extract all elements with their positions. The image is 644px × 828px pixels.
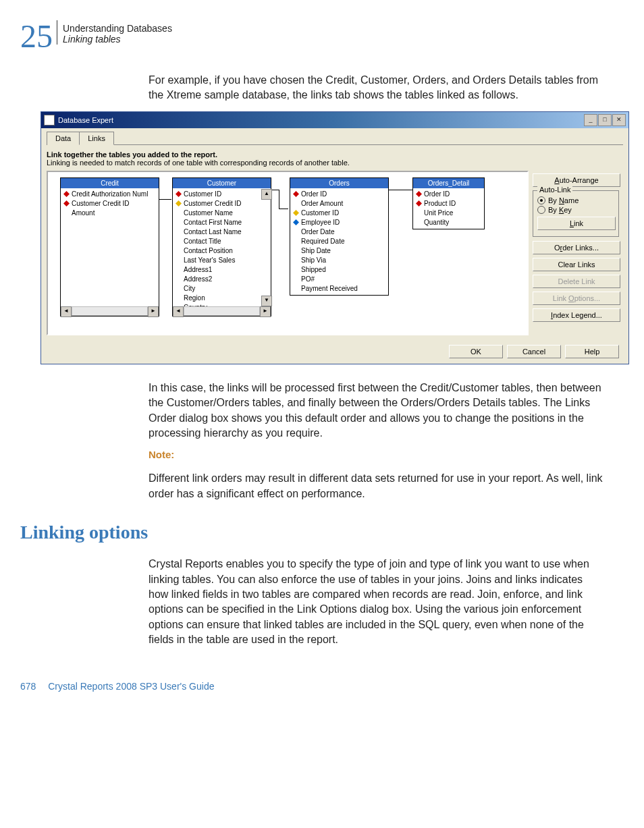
- index-icon: [63, 191, 70, 197]
- index-icon: [176, 200, 182, 206]
- field-row[interactable]: Order ID: [413, 190, 484, 199]
- field-row[interactable]: Credit Authorization Numl: [61, 190, 159, 199]
- table-orders[interactable]: Orders Order ID Order Amount Customer ID…: [290, 177, 389, 296]
- field-row[interactable]: Last Year's Sales: [173, 256, 271, 265]
- field-row[interactable]: Contact Position: [173, 246, 271, 256]
- svg-marker-6: [293, 219, 299, 225]
- tab-bar: Data Links: [47, 131, 623, 145]
- table-title-credit: Credit: [61, 178, 159, 188]
- chapter-title: Understanding Databases: [63, 23, 172, 34]
- field-row[interactable]: Customer Credit ID: [61, 199, 159, 209]
- note-label: Note:: [149, 449, 603, 460]
- close-button[interactable]: ✕: [612, 114, 626, 126]
- field-row[interactable]: Ship Via: [290, 256, 388, 265]
- index-icon: [416, 200, 422, 206]
- index-icon: [293, 191, 299, 197]
- header-text: Understanding Databases Linking tables: [57, 20, 172, 45]
- field-row[interactable]: Address2: [173, 275, 271, 284]
- index-icon: [293, 210, 299, 216]
- footer-page-number: 678: [20, 681, 36, 692]
- section-heading-linking-options: Linking options: [20, 522, 603, 543]
- svg-marker-5: [293, 210, 299, 216]
- field-row[interactable]: Employee ID: [290, 218, 388, 227]
- field-row[interactable]: Customer Credit ID: [173, 199, 271, 209]
- svg-marker-4: [293, 191, 299, 197]
- table-orders-detail[interactable]: Orders_Detail Order ID Product ID Unit P…: [412, 177, 485, 229]
- table-title-customer: Customer: [173, 178, 271, 188]
- index-icon: [176, 191, 182, 197]
- link-button[interactable]: Link: [537, 217, 616, 230]
- chapter-number: 25: [20, 20, 53, 53]
- paragraph-3: Different link orders may result in diff…: [149, 471, 603, 501]
- scroll-left-icon[interactable]: ◄: [61, 306, 72, 317]
- radio-by-name[interactable]: By Name: [537, 196, 614, 204]
- maximize-button[interactable]: □: [598, 114, 612, 126]
- field-row[interactable]: Order Date: [290, 227, 388, 237]
- svg-marker-1: [63, 200, 70, 206]
- autolink-groupbox: Auto-Link By Name By Key Link: [533, 190, 619, 237]
- field-row[interactable]: Ship Date: [290, 246, 388, 256]
- scroll-up-icon[interactable]: ▲: [261, 189, 272, 200]
- svg-marker-2: [176, 191, 182, 197]
- field-row[interactable]: Contact Title: [173, 237, 271, 246]
- field-row[interactable]: Order ID: [290, 190, 388, 199]
- instruction-sub: Linking is needed to match records of on…: [47, 159, 623, 167]
- dialog-bottom-buttons: OK Cancel Help: [47, 345, 623, 358]
- table-title-orders-detail: Orders_Detail: [413, 178, 484, 188]
- link-canvas[interactable]: Credit Credit Authorization Numl Custome…: [47, 171, 529, 335]
- radio-by-key[interactable]: By Key: [537, 206, 614, 214]
- field-row[interactable]: Contact First Name: [173, 218, 271, 227]
- page-header: 25 Understanding Databases Linking table…: [20, 20, 603, 53]
- instruction-bold: Link together the tables you added to th…: [47, 150, 623, 159]
- field-row[interactable]: Contact Last Name: [173, 227, 271, 237]
- table-title-orders: Orders: [290, 178, 388, 188]
- field-row[interactable]: City: [173, 284, 271, 294]
- database-expert-dialog: Database Expert _ □ ✕ Data Links Link to…: [41, 111, 629, 364]
- clear-links-button[interactable]: Clear Links: [533, 258, 620, 271]
- field-row[interactable]: Region: [173, 294, 271, 303]
- dialog-icon: [44, 115, 55, 126]
- scroll-left-icon[interactable]: ◄: [173, 306, 184, 317]
- field-row[interactable]: Shipped: [290, 265, 388, 275]
- tab-links[interactable]: Links: [79, 132, 114, 145]
- scroll-down-icon[interactable]: ▼: [261, 296, 272, 306]
- side-panel: Auto-Arrange Auto-Link By Name By Key Li…: [529, 171, 623, 335]
- field-row[interactable]: Unit Price: [413, 209, 484, 218]
- field-row[interactable]: Required Date: [290, 237, 388, 246]
- index-icon: [416, 191, 422, 197]
- scroll-right-icon[interactable]: ►: [260, 306, 271, 317]
- delete-link-button[interactable]: Delete Link: [533, 275, 620, 288]
- index-icon: [293, 219, 299, 225]
- link-options-button[interactable]: Link Options...: [533, 292, 620, 305]
- field-row[interactable]: Address1: [173, 265, 271, 275]
- table-customer[interactable]: Customer Customer ID Customer Credit ID …: [172, 177, 271, 316]
- section-subtitle: Linking tables: [63, 34, 172, 45]
- dialog-titlebar: Database Expert _ □ ✕: [41, 112, 628, 128]
- ok-button[interactable]: OK: [449, 345, 503, 358]
- dialog-title: Database Expert: [58, 116, 113, 124]
- order-links-button[interactable]: Order Links...: [533, 241, 620, 254]
- field-row[interactable]: Amount: [61, 209, 159, 218]
- paragraph-2: In this case, the links will be processe…: [149, 381, 603, 441]
- minimize-button[interactable]: _: [584, 114, 597, 126]
- window-controls: _ □ ✕: [583, 114, 626, 126]
- field-row[interactable]: Customer ID: [173, 190, 271, 199]
- help-button[interactable]: Help: [565, 345, 619, 358]
- svg-marker-3: [176, 200, 182, 206]
- table-credit[interactable]: Credit Credit Authorization Numl Custome…: [60, 177, 159, 316]
- field-row[interactable]: Customer Name: [173, 209, 271, 218]
- field-row[interactable]: Payment Received: [290, 284, 388, 294]
- field-row[interactable]: Order Amount: [290, 199, 388, 209]
- field-row[interactable]: Quantity: [413, 218, 484, 227]
- field-row[interactable]: Product ID: [413, 199, 484, 209]
- auto-arrange-button[interactable]: Auto-Arrange: [533, 173, 620, 187]
- field-row[interactable]: PO#: [290, 275, 388, 284]
- tab-data[interactable]: Data: [47, 132, 80, 145]
- paragraph-4: Crystal Reports enables you to specify t…: [149, 557, 603, 647]
- svg-marker-0: [63, 191, 70, 197]
- cancel-button[interactable]: Cancel: [507, 345, 561, 358]
- index-legend-button[interactable]: Index Legend...: [533, 308, 620, 322]
- radio-icon: [537, 206, 545, 214]
- field-row[interactable]: Customer ID: [290, 209, 388, 218]
- scroll-right-icon[interactable]: ►: [148, 306, 159, 317]
